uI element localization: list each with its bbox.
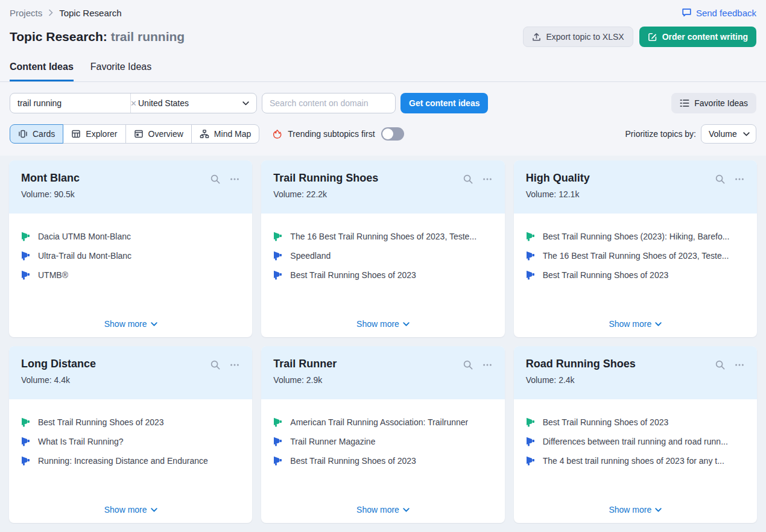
megaphone-icon bbox=[273, 251, 283, 261]
topic-title[interactable]: Trail Runner bbox=[273, 356, 337, 371]
topic-card: Long Distance Volume: 4.4k Best Trail Ru… bbox=[9, 346, 252, 523]
megaphone-icon bbox=[273, 417, 283, 427]
prioritize-label: Prioritize topics by: bbox=[625, 129, 696, 139]
idea-text: Running: Increasing Distance and Enduran… bbox=[38, 455, 208, 467]
search-topic-icon[interactable] bbox=[715, 174, 726, 185]
domain-search-input[interactable] bbox=[262, 93, 396, 113]
idea-item[interactable]: Running: Increasing Distance and Enduran… bbox=[21, 455, 240, 467]
card-menu-icon[interactable] bbox=[734, 174, 745, 185]
search-topic-icon[interactable] bbox=[210, 174, 221, 185]
idea-item[interactable]: Ultra-Trail du Mont-Blanc bbox=[21, 250, 240, 262]
idea-item[interactable]: Best Trail Running Shoes of 2023 bbox=[21, 416, 240, 428]
idea-text: UTMB® bbox=[38, 269, 68, 281]
idea-item[interactable]: The 4 best trail running shoes of 2023 f… bbox=[526, 455, 745, 467]
megaphone-icon bbox=[526, 251, 536, 261]
chevron-down-icon bbox=[403, 508, 410, 512]
view-explorer-label: Explorer bbox=[86, 129, 117, 139]
idea-list: American Trail Running Association: Trai… bbox=[273, 416, 492, 474]
card-menu-icon[interactable] bbox=[229, 174, 240, 185]
trending-toggle[interactable] bbox=[381, 127, 404, 141]
idea-item[interactable]: Best Trail Running Shoes (2023): Hiking,… bbox=[526, 230, 745, 242]
card-menu-icon[interactable] bbox=[482, 174, 493, 185]
idea-text: Differences between trail running and ro… bbox=[543, 435, 728, 448]
topic-card-body: Dacia UTMB Mont-BlancUltra-Trail du Mont… bbox=[9, 214, 252, 337]
search-topic-icon[interactable] bbox=[210, 359, 221, 370]
chevron-down-icon bbox=[743, 132, 750, 136]
topic-query-group: ✕ United States bbox=[10, 93, 257, 113]
view-cards-label: Cards bbox=[33, 129, 55, 139]
favorite-ideas-button[interactable]: Favorite Ideas bbox=[671, 93, 756, 113]
idea-item[interactable]: Best Trail Running Shoes of 2023 bbox=[273, 269, 492, 281]
topic-title[interactable]: Mont Blanc bbox=[21, 171, 80, 185]
search-topic-icon[interactable] bbox=[463, 174, 473, 185]
idea-text: What Is Trail Running? bbox=[38, 435, 124, 448]
megaphone-icon bbox=[21, 251, 31, 261]
topic-card-header: Trail Running Shoes Volume: 22.2k bbox=[261, 160, 504, 214]
topic-card: Trail Runner Volume: 2.9k American Trail… bbox=[261, 346, 504, 523]
topic-volume: Volume: 4.4k bbox=[21, 375, 96, 385]
topic-card: Mont Blanc Volume: 90.5k Dacia UTMB Mont… bbox=[9, 160, 252, 337]
show-more-button[interactable]: Show more bbox=[104, 502, 157, 516]
topic-volume: Volume: 2.4k bbox=[526, 375, 636, 385]
idea-text: Best Trail Running Shoes of 2023 bbox=[543, 416, 669, 428]
show-more-button[interactable]: Show more bbox=[356, 317, 410, 330]
topic-card-header: Long Distance Volume: 4.4k bbox=[9, 346, 252, 399]
show-more-button[interactable]: Show more bbox=[104, 317, 157, 330]
idea-item[interactable]: Best Trail Running Shoes of 2023 bbox=[273, 455, 492, 467]
search-topic-icon[interactable] bbox=[463, 359, 473, 370]
export-xlsx-button[interactable]: Export topic to XLSX bbox=[523, 27, 633, 47]
search-topic-icon[interactable] bbox=[715, 359, 726, 370]
prioritize-select[interactable]: Volume bbox=[701, 124, 756, 144]
topic-title[interactable]: Trail Running Shoes bbox=[273, 171, 378, 185]
show-more-button[interactable]: Show more bbox=[356, 502, 410, 516]
idea-item[interactable]: Trail Runner Magazine bbox=[273, 435, 492, 448]
tab-content-ideas[interactable]: Content Ideas bbox=[10, 62, 74, 81]
topic-title[interactable]: High Quality bbox=[526, 171, 590, 185]
idea-text: Trail Runner Magazine bbox=[290, 435, 375, 448]
view-overview-label: Overview bbox=[148, 129, 183, 139]
topic-volume: Volume: 12.1k bbox=[526, 189, 590, 199]
export-xlsx-label: Export topic to XLSX bbox=[546, 32, 624, 42]
idea-item[interactable]: Differences between trail running and ro… bbox=[526, 435, 745, 448]
view-explorer-button[interactable]: Explorer bbox=[63, 124, 125, 144]
breadcrumb-projects[interactable]: Projects bbox=[10, 8, 42, 18]
order-content-writing-button[interactable]: Order content writing bbox=[639, 27, 756, 47]
chevron-down-icon bbox=[403, 322, 410, 326]
get-content-ideas-button[interactable]: Get content ideas bbox=[400, 93, 488, 113]
idea-item[interactable]: The 16 Best Trail Running Shoes of 2023,… bbox=[526, 250, 745, 262]
card-menu-icon[interactable] bbox=[482, 359, 493, 370]
card-menu-icon[interactable] bbox=[734, 359, 745, 370]
view-cards-button[interactable]: Cards bbox=[10, 124, 63, 144]
idea-item[interactable]: What Is Trail Running? bbox=[21, 435, 240, 448]
topic-query-input[interactable] bbox=[17, 98, 127, 108]
card-menu-icon[interactable] bbox=[229, 359, 240, 370]
show-more-button[interactable]: Show more bbox=[609, 502, 662, 516]
view-mindmap-button[interactable]: Mind Map bbox=[191, 124, 259, 144]
topic-volume: Volume: 2.9k bbox=[273, 375, 337, 385]
cards-view-icon bbox=[18, 129, 28, 139]
send-feedback-label: Send feedback bbox=[696, 8, 756, 18]
idea-item[interactable]: Speedland bbox=[273, 250, 492, 262]
topic-title[interactable]: Road Running Shoes bbox=[526, 356, 636, 371]
topic-title[interactable]: Long Distance bbox=[21, 356, 96, 371]
show-more-button[interactable]: Show more bbox=[609, 317, 662, 330]
upload-icon bbox=[532, 33, 541, 42]
idea-item[interactable]: Best Trail Running Shoes of 2023 bbox=[526, 269, 745, 281]
send-feedback-link[interactable]: Send feedback bbox=[682, 8, 756, 18]
tabs: Content Ideas Favorite Ideas bbox=[0, 62, 766, 82]
idea-item[interactable]: Best Trail Running Shoes of 2023 bbox=[526, 416, 745, 428]
megaphone-icon bbox=[526, 232, 536, 241]
idea-item[interactable]: American Trail Running Association: Trai… bbox=[273, 416, 492, 428]
idea-item[interactable]: The 16 Best Trail Running Shoes of 2023,… bbox=[273, 230, 492, 242]
megaphone-icon bbox=[526, 456, 536, 466]
view-overview-button[interactable]: Overview bbox=[125, 124, 192, 144]
page-title-query: trail running bbox=[111, 30, 185, 43]
idea-item[interactable]: Dacia UTMB Mont-Blanc bbox=[21, 230, 240, 242]
idea-text: The 16 Best Trail Running Shoes of 2023,… bbox=[543, 250, 729, 262]
idea-text: The 4 best trail running shoes of 2023 f… bbox=[543, 455, 724, 467]
idea-text: Best Trail Running Shoes of 2023 bbox=[290, 269, 416, 281]
country-select[interactable]: United States bbox=[130, 93, 256, 113]
tab-favorite-ideas[interactable]: Favorite Ideas bbox=[90, 62, 151, 81]
idea-item[interactable]: UTMB® bbox=[21, 269, 240, 281]
megaphone-icon bbox=[273, 456, 283, 466]
